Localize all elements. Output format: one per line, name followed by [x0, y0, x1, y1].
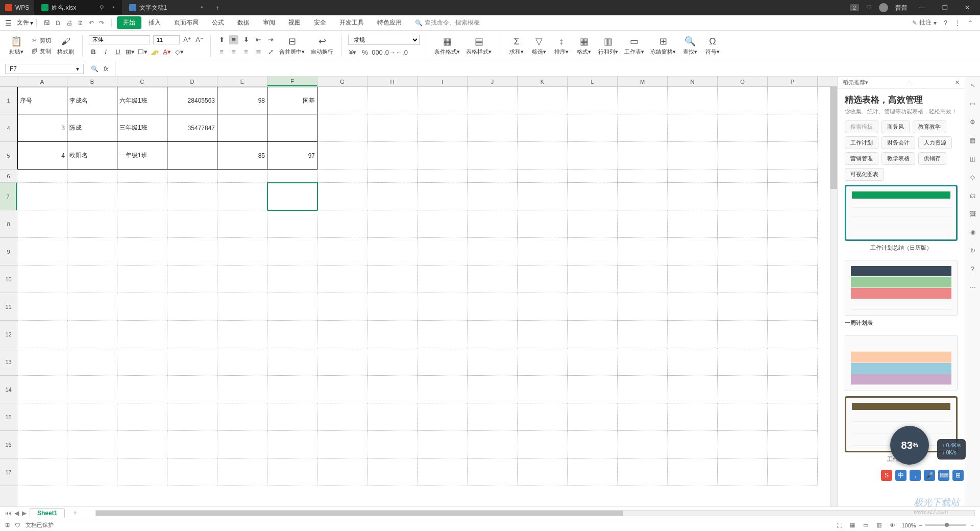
- merge-center-button[interactable]: ⊟ 合并居中▾: [277, 35, 307, 57]
- cell[interactable]: [618, 183, 668, 210]
- cut-button[interactable]: ✂剪切: [29, 36, 53, 45]
- cell[interactable]: [418, 293, 468, 321]
- row-header[interactable]: 16: [0, 431, 17, 458]
- cell[interactable]: [17, 321, 67, 348]
- cell[interactable]: [768, 266, 818, 293]
- cell[interactable]: [568, 238, 618, 266]
- cell[interactable]: [368, 376, 418, 403]
- cell[interactable]: [368, 293, 418, 321]
- cell[interactable]: [768, 376, 818, 403]
- cell[interactable]: [568, 321, 618, 348]
- cell[interactable]: [117, 321, 167, 348]
- cell[interactable]: [267, 431, 317, 458]
- cell[interactable]: [217, 376, 267, 403]
- cell[interactable]: [468, 458, 518, 486]
- row-header[interactable]: 8: [0, 210, 17, 238]
- cell[interactable]: [267, 170, 317, 183]
- cell[interactable]: [17, 348, 67, 376]
- cell[interactable]: [167, 403, 217, 431]
- spreadsheet-grid[interactable]: ABCDEFGHIJKLMNOP 14567891011121314151617…: [0, 77, 837, 506]
- fx-icon[interactable]: fx: [104, 65, 108, 73]
- page-break-view-icon[interactable]: ▥: [875, 521, 883, 529]
- gift-icon[interactable]: ♡: [866, 4, 872, 11]
- cell[interactable]: [768, 431, 818, 458]
- filter-chip[interactable]: 财务会计: [881, 136, 915, 149]
- cell[interactable]: [618, 170, 668, 183]
- zoom-level[interactable]: 100%: [901, 522, 916, 528]
- cell[interactable]: [67, 210, 117, 238]
- cell[interactable]: [768, 170, 818, 183]
- cell[interactable]: 4: [17, 142, 67, 170]
- row-header[interactable]: 17: [0, 458, 17, 486]
- cell[interactable]: [217, 321, 267, 348]
- filter-chip[interactable]: 工作计划: [845, 136, 878, 149]
- eye-icon[interactable]: 👁: [888, 521, 896, 529]
- cell[interactable]: [17, 238, 67, 266]
- cell[interactable]: [167, 376, 217, 403]
- thousands-icon[interactable]: 000: [373, 48, 382, 57]
- cell[interactable]: [418, 403, 468, 431]
- row-header[interactable]: 7: [0, 183, 17, 210]
- cell[interactable]: [668, 403, 718, 431]
- cell[interactable]: [368, 183, 418, 210]
- cell[interactable]: [618, 238, 668, 266]
- column-header[interactable]: J: [468, 77, 518, 86]
- cell[interactable]: [217, 210, 267, 238]
- ime-settings-icon[interactable]: ⊞: [952, 470, 964, 481]
- notification-badge[interactable]: 2: [850, 4, 859, 11]
- sort-button[interactable]: ↕排序▾: [551, 35, 572, 57]
- cell[interactable]: [418, 87, 468, 114]
- cell[interactable]: [267, 210, 317, 238]
- row-header[interactable]: 13: [0, 348, 17, 376]
- cell[interactable]: 28405563: [167, 87, 217, 114]
- column-header[interactable]: D: [167, 77, 217, 86]
- cell[interactable]: [368, 458, 418, 486]
- cell[interactable]: [67, 238, 117, 266]
- align-top-icon[interactable]: ⬆: [217, 35, 226, 44]
- tab-view[interactable]: 视图: [282, 16, 307, 29]
- align-center-icon[interactable]: ≡: [229, 47, 238, 57]
- cell[interactable]: [468, 293, 518, 321]
- cell[interactable]: [618, 403, 668, 431]
- cell[interactable]: [718, 238, 768, 266]
- settings-icon[interactable]: ⚙: [968, 117, 977, 127]
- cell[interactable]: [368, 87, 418, 114]
- stats-icon[interactable]: ⊞: [5, 522, 10, 528]
- cell[interactable]: [317, 142, 368, 170]
- row-header[interactable]: 12: [0, 321, 17, 348]
- cell[interactable]: [468, 321, 518, 348]
- cell[interactable]: [718, 348, 768, 376]
- cell[interactable]: [67, 403, 117, 431]
- close-button[interactable]: ✕: [960, 4, 975, 11]
- zoom-control[interactable]: 100% − ＋: [901, 521, 975, 529]
- table-style-button[interactable]: ▤表格样式▾: [464, 35, 494, 57]
- cell[interactable]: [67, 458, 117, 486]
- chevron-down-icon[interactable]: ▾: [865, 79, 868, 86]
- cell[interactable]: [117, 348, 167, 376]
- cell[interactable]: [668, 142, 718, 170]
- cell[interactable]: [418, 238, 468, 266]
- cells-area[interactable]: 序号 李成名 六年级1班 28405563 98 国基 3 陈成 三年级1班 3…: [17, 87, 837, 506]
- tab-insert[interactable]: 插入: [142, 16, 167, 29]
- column-header[interactable]: P: [768, 77, 818, 86]
- cell[interactable]: [17, 458, 67, 486]
- clear-format-icon[interactable]: ◇▾: [175, 47, 184, 57]
- cell[interactable]: [368, 142, 418, 170]
- cell[interactable]: 六年级1班: [117, 87, 167, 114]
- cell[interactable]: [418, 266, 468, 293]
- cell[interactable]: [668, 87, 718, 114]
- cell[interactable]: [17, 183, 67, 210]
- column-header[interactable]: G: [317, 77, 368, 86]
- currency-icon[interactable]: ¥▾: [348, 48, 357, 57]
- cell[interactable]: [418, 210, 468, 238]
- cell[interactable]: [67, 348, 117, 376]
- column-header[interactable]: C: [117, 77, 167, 86]
- cell[interactable]: [718, 142, 768, 170]
- app-logo[interactable]: WPS: [0, 4, 34, 11]
- horizontal-scrollbar[interactable]: [95, 510, 975, 516]
- cell[interactable]: [518, 376, 568, 403]
- cell[interactable]: 欧阳名: [67, 142, 117, 170]
- cell[interactable]: [568, 376, 618, 403]
- cell[interactable]: [368, 266, 418, 293]
- redo-icon[interactable]: ↷: [99, 19, 104, 27]
